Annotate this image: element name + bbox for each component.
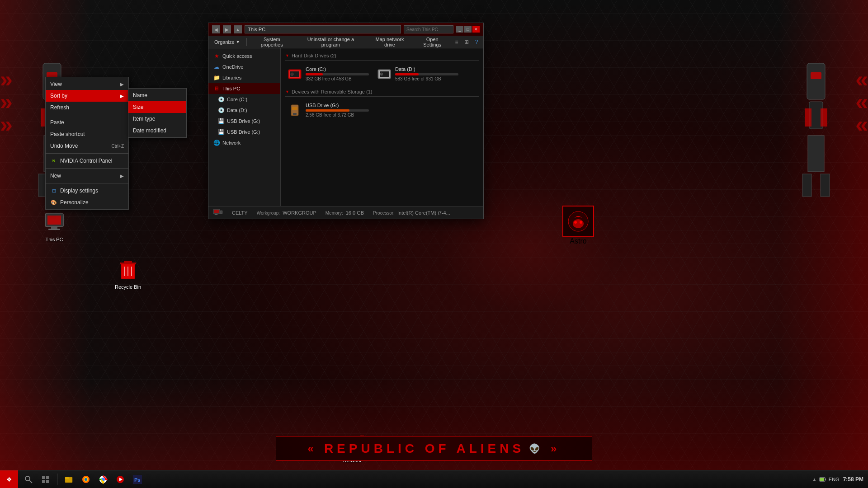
organize-button[interactable]: Organize ▼ bbox=[211, 37, 244, 47]
ctx-new[interactable]: New ▶ bbox=[46, 170, 128, 182]
context-menu: View ▶ Sort by ▶ Refresh Paste Paste sho… bbox=[45, 77, 129, 210]
system-properties-button[interactable]: System properties bbox=[250, 37, 294, 47]
taskbar-file-explorer[interactable] bbox=[61, 471, 77, 488]
svg-rect-48 bbox=[215, 214, 217, 215]
nav-data-d[interactable]: 💿 Data (D:) bbox=[208, 105, 280, 116]
file-explorer-window: ◀ ▶ ▲ This PC _ □ ✕ Organize ▼ System pr… bbox=[208, 23, 484, 219]
start-button[interactable]: ❖ bbox=[0, 470, 18, 488]
usb-g-name: USB Drive (G:) bbox=[306, 103, 369, 108]
taskbar-clock[interactable]: 7:58 PM bbox=[843, 476, 863, 483]
toolbar-separator-1 bbox=[246, 38, 247, 46]
ctx-nvidia[interactable]: N NVIDIA Control Panel bbox=[46, 155, 128, 167]
this-pc-desktop-icon[interactable]: This PC bbox=[36, 208, 72, 242]
recycle-bin-desktop-icon[interactable]: Recycle Bin bbox=[110, 255, 146, 290]
svg-rect-55 bbox=[42, 480, 45, 483]
nav-usb-g1[interactable]: 💾 USB Drive (G:) bbox=[208, 116, 280, 127]
svg-point-51 bbox=[25, 476, 30, 481]
ctx-refresh[interactable]: Refresh bbox=[46, 102, 128, 113]
tray-arrow[interactable]: ▲ bbox=[812, 477, 817, 482]
svg-rect-21 bbox=[48, 229, 60, 230]
map-drive-button[interactable]: Map network drive bbox=[367, 37, 413, 47]
right-chevrons: ««« bbox=[855, 68, 868, 136]
svg-point-31 bbox=[574, 221, 577, 224]
ctx-personalize[interactable]: 🎨 Personalize bbox=[46, 197, 128, 208]
ctx-sort-by[interactable]: Sort by ▶ bbox=[46, 90, 128, 102]
back-button[interactable]: ◀ bbox=[212, 25, 220, 33]
nav-usb-g2[interactable]: 💾 USB Drive (G:) bbox=[208, 127, 280, 137]
navigation-pane: ★ Quick access ☁ OneDrive 📁 Libraries 🖥 … bbox=[208, 48, 281, 206]
svg-rect-44 bbox=[292, 107, 297, 110]
sort-submenu-arrow: ▶ bbox=[120, 94, 124, 99]
ctx-view[interactable]: View ▶ bbox=[46, 78, 128, 90]
open-settings-button[interactable]: Open Settings bbox=[414, 37, 451, 47]
svg-rect-45 bbox=[293, 113, 297, 115]
core-c-bar bbox=[306, 73, 369, 75]
taskbar-media[interactable] bbox=[112, 471, 128, 488]
svg-line-52 bbox=[29, 480, 32, 483]
usb-g-drive[interactable]: USB Drive (G:) 2.56 GB free of 3.72 GB bbox=[285, 100, 371, 120]
minimize-button[interactable]: _ bbox=[456, 26, 463, 33]
nav-network[interactable]: 🌐 Network bbox=[208, 137, 280, 148]
ctx-sep-2 bbox=[46, 153, 128, 154]
ctx-paste[interactable]: Paste bbox=[46, 117, 128, 128]
nav-libraries[interactable]: 📁 Libraries bbox=[208, 72, 280, 83]
svg-rect-56 bbox=[46, 480, 49, 483]
nav-this-pc[interactable]: 🖥 This PC bbox=[208, 83, 280, 94]
sort-size[interactable]: Size bbox=[128, 101, 186, 113]
astro-desktop-icon[interactable]: Astro bbox=[558, 206, 599, 245]
svg-rect-15 bbox=[802, 174, 811, 197]
taskbar-chrome[interactable] bbox=[95, 471, 111, 488]
svg-rect-70 bbox=[820, 478, 824, 481]
sort-item-type[interactable]: Item type bbox=[128, 113, 186, 125]
taskbar-task-view[interactable] bbox=[38, 471, 54, 488]
data-d-drive[interactable]: Data (D:) 583 GB free of 931 GB bbox=[375, 64, 461, 84]
view-list-button[interactable]: ≡ bbox=[452, 38, 461, 47]
view-tiles-button[interactable]: ⊞ bbox=[462, 38, 471, 47]
ctx-paste-shortcut[interactable]: Paste shortcut bbox=[46, 128, 128, 140]
svg-rect-10 bbox=[807, 63, 825, 99]
maximize-button[interactable]: □ bbox=[464, 26, 472, 33]
taskbar-pinned-icons: Ps bbox=[18, 471, 148, 488]
svg-rect-54 bbox=[46, 476, 49, 479]
nav-core-c[interactable]: 💿 Core (C:) bbox=[208, 94, 280, 105]
svg-text:Ps: Ps bbox=[134, 477, 140, 483]
this-pc-label: This PC bbox=[45, 237, 63, 242]
uninstall-button[interactable]: Uninstall or change a program bbox=[296, 37, 366, 47]
usb-g2-icon: 💾 bbox=[217, 128, 225, 136]
window-controls: _ □ ✕ bbox=[456, 26, 480, 33]
file-explorer-titlebar: ◀ ▶ ▲ This PC _ □ ✕ bbox=[208, 23, 483, 36]
nav-quick-access[interactable]: ★ Quick access bbox=[208, 51, 280, 61]
ctx-display-settings[interactable]: ⊞ Display settings bbox=[46, 185, 128, 197]
nav-onedrive[interactable]: ☁ OneDrive bbox=[208, 61, 280, 72]
taskbar-search[interactable] bbox=[20, 471, 37, 488]
usb-g-fill bbox=[306, 109, 349, 112]
view-icons: ≡ ⊞ ? bbox=[452, 38, 481, 47]
nvidia-icon: N bbox=[50, 157, 57, 164]
search-input[interactable] bbox=[404, 25, 453, 33]
core-c-drive[interactable]: Core (C:) 332 GB free of 453 GB bbox=[285, 64, 371, 84]
core-c-fill bbox=[306, 73, 323, 75]
svg-rect-50 bbox=[220, 211, 222, 214]
content-pane: Hard Disk Drives (2) C bbox=[281, 48, 483, 206]
ctx-sep-3 bbox=[46, 168, 128, 169]
forward-button[interactable]: ▶ bbox=[223, 25, 231, 33]
network-nav-icon: 🌐 bbox=[213, 139, 220, 146]
taskbar-firefox[interactable] bbox=[78, 471, 94, 488]
svg-point-37 bbox=[292, 74, 292, 75]
system-tray-icons: ▲ ENG bbox=[812, 476, 840, 483]
svg-rect-16 bbox=[821, 174, 830, 197]
view-help-button[interactable]: ? bbox=[472, 38, 481, 47]
right-mech-deco bbox=[789, 63, 843, 199]
file-explorer-statusbar: CELTY Workgroup: WORKGROUP Memory: 16.0 … bbox=[208, 206, 483, 219]
sort-name[interactable]: Name bbox=[128, 89, 186, 101]
core-c-drive-icon bbox=[288, 67, 302, 81]
organize-dropdown-icon: ▼ bbox=[236, 40, 240, 44]
up-button[interactable]: ▲ bbox=[234, 25, 242, 33]
sort-date-modified[interactable]: Date modified bbox=[128, 125, 186, 136]
close-button[interactable]: ✕ bbox=[472, 26, 480, 33]
address-bar[interactable]: This PC bbox=[245, 25, 401, 33]
taskbar-photoshop[interactable]: Ps bbox=[129, 471, 146, 488]
ctx-undo-move[interactable]: Undo Move Ctrl+Z bbox=[46, 140, 128, 152]
recycle-bin-icon-image bbox=[114, 255, 142, 282]
left-chevrons: »»» bbox=[0, 68, 13, 136]
